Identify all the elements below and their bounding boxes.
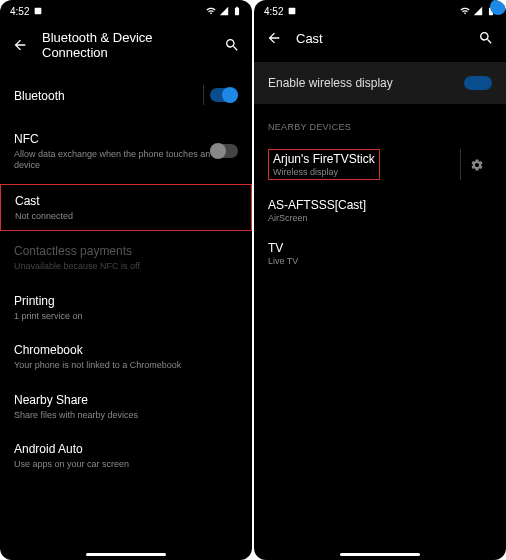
toggle-divider — [203, 85, 204, 105]
section-nearby-devices: NEARBY DEVICES — [254, 104, 506, 140]
status-time: 4:52 — [264, 6, 283, 17]
enable-wireless-row[interactable]: Enable wireless display — [254, 62, 506, 104]
signal-icon — [473, 6, 483, 16]
item-sub: Use apps on your car screen — [14, 459, 238, 471]
search-icon[interactable] — [224, 37, 240, 53]
status-bar: 4:52 — [0, 0, 252, 20]
device-sub: Wireless display — [273, 167, 375, 177]
page-title: Cast — [296, 31, 464, 46]
nav-pill[interactable] — [86, 553, 166, 556]
item-title: Bluetooth — [14, 88, 238, 105]
device-title: TV — [268, 241, 492, 255]
gear-icon — [470, 158, 484, 172]
status-bar: 4:52 — [254, 0, 506, 20]
item-nfc[interactable]: NFC Allow data exchange when the phone t… — [0, 121, 252, 182]
item-chromebook[interactable]: Chromebook Your phone is not linked to a… — [0, 332, 252, 381]
phone-left: 4:52 Bluetooth & Device Connection Bluet… — [0, 0, 252, 560]
battery-icon — [232, 6, 242, 16]
device-row[interactable]: TV Live TV — [254, 232, 506, 275]
item-title: Nearby Share — [14, 392, 238, 409]
device-sub: AirScreen — [268, 213, 492, 223]
screenshot-icon — [287, 6, 297, 16]
device-sub: Live TV — [268, 256, 492, 266]
item-title: Android Auto — [14, 441, 238, 458]
page-title: Bluetooth & Device Connection — [42, 30, 210, 60]
phone-right: 4:52 Cast Enable wireless display NEARBY… — [254, 0, 506, 560]
item-sub: Not connected — [15, 211, 237, 223]
item-cast[interactable]: Cast Not connected — [0, 184, 252, 231]
item-bluetooth[interactable]: Bluetooth — [0, 70, 252, 121]
device-row[interactable]: AS-AFTSSS[Cast] AirScreen — [254, 189, 506, 232]
item-nearby-share[interactable]: Nearby Share Share files with nearby dev… — [0, 382, 252, 431]
device-row[interactable]: Arjun's FireTVStick Wireless display — [254, 140, 506, 189]
item-contactless: Contactless payments Unavailable because… — [0, 233, 252, 282]
item-printing[interactable]: Printing 1 print service on — [0, 283, 252, 332]
item-title: NFC — [14, 131, 238, 148]
signal-icon — [219, 6, 229, 16]
device-title: Arjun's FireTVStick — [273, 152, 375, 166]
settings-list: Bluetooth NFC Allow data exchange when t… — [0, 70, 252, 481]
item-sub: Unavailable because NFC is off — [14, 261, 238, 273]
item-title: Contactless payments — [14, 243, 238, 260]
item-sub: Your phone is not linked to a Chromebook — [14, 360, 238, 372]
wifi-icon — [206, 6, 216, 16]
status-time: 4:52 — [10, 6, 29, 17]
device-settings-button[interactable] — [460, 149, 492, 180]
nfc-toggle[interactable] — [210, 144, 238, 158]
device-title: AS-AFTSSS[Cast] — [268, 198, 492, 212]
item-title: Cast — [15, 193, 237, 210]
item-title: Chromebook — [14, 342, 238, 359]
back-icon[interactable] — [12, 37, 28, 53]
item-sub: Share files with nearby devices — [14, 410, 238, 422]
wifi-icon — [460, 6, 470, 16]
back-icon[interactable] — [266, 30, 282, 46]
item-android-auto[interactable]: Android Auto Use apps on your car screen — [0, 431, 252, 480]
item-sub: 1 print service on — [14, 311, 238, 323]
search-icon[interactable] — [478, 30, 494, 46]
item-sub: Allow data exchange when the phone touch… — [14, 149, 238, 172]
svg-rect-1 — [289, 8, 296, 15]
header: Bluetooth & Device Connection — [0, 20, 252, 70]
nav-pill[interactable] — [340, 553, 420, 556]
item-title: Printing — [14, 293, 238, 310]
enable-wireless-label: Enable wireless display — [268, 76, 393, 90]
screenshot-icon — [33, 6, 43, 16]
header: Cast — [254, 20, 506, 56]
bluetooth-toggle[interactable] — [210, 88, 238, 102]
enable-wireless-toggle[interactable] — [464, 76, 492, 90]
svg-rect-0 — [35, 8, 42, 15]
